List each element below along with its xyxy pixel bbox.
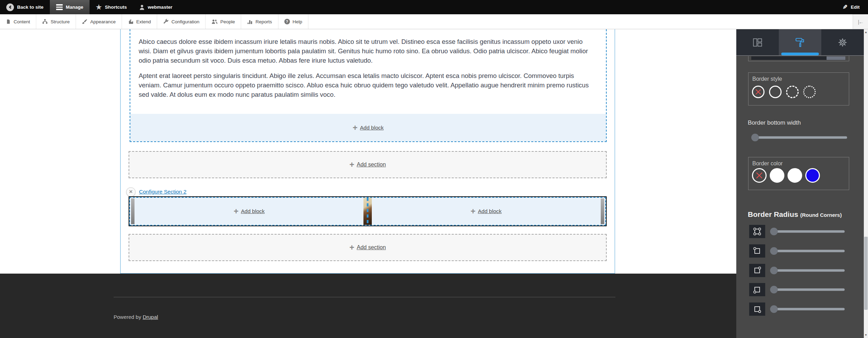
radius-bottom-left-slider[interactable]	[771, 286, 845, 293]
slider-thumb[interactable]	[770, 305, 778, 313]
section-2-header: × Configure Section 2	[126, 187, 186, 197]
border-color-white-swatch[interactable]	[770, 168, 784, 183]
edit-button[interactable]: ✎ Edit	[834, 0, 868, 14]
plus-icon: +	[233, 207, 238, 215]
border-bottom-width-slider[interactable]	[752, 134, 847, 141]
user-menu[interactable]: webmaster	[133, 0, 179, 14]
radius-all-corners-icon	[753, 227, 762, 236]
radius-top-right-button[interactable]	[749, 264, 765, 277]
border-radius-subtitle: (Round Corners)	[800, 212, 842, 218]
add-block-label: Add block	[241, 208, 264, 214]
slider-thumb[interactable]	[770, 286, 778, 293]
border-radius-heading: Border Radius (Round Corners)	[748, 210, 842, 219]
section-1-region: Abico caecus dolore esse ibidem incassum…	[130, 29, 607, 142]
border-style-solid-option[interactable]	[769, 86, 782, 98]
border-color-none-swatch[interactable]	[752, 168, 767, 183]
manage-label: Manage	[66, 5, 83, 10]
slider-track	[771, 289, 845, 291]
plus-icon: +	[353, 124, 358, 132]
menubar-item-appearance[interactable]: Appearance	[76, 14, 122, 29]
border-radius-title: Border Radius	[748, 210, 798, 218]
slider-thumb[interactable]	[751, 134, 759, 141]
menubar-label: Help	[293, 19, 302, 24]
add-block-link[interactable]: + Add block	[233, 207, 264, 215]
back-to-site-button[interactable]: Back to site	[0, 0, 50, 14]
drupal-layout-builder-page: Back to site Manage ★ Shortcuts webmaste…	[0, 0, 868, 338]
radius-top-right-slider[interactable]	[771, 267, 845, 274]
wrench-icon	[163, 19, 169, 24]
border-style-none-option[interactable]	[752, 86, 765, 98]
shortcuts-label: Shortcuts	[105, 5, 127, 10]
slider-track	[771, 308, 845, 311]
pencil-icon: ✎	[843, 4, 847, 10]
radius-bottom-right-button[interactable]	[749, 302, 765, 316]
scrollbar-up-arrow[interactable]: ▲	[864, 29, 868, 35]
panel-scrollbar[interactable]: ▲ ▼	[864, 29, 868, 338]
paragraph: Abico caecus dolore esse ibidem incassum…	[139, 37, 592, 65]
border-style-dotted-option[interactable]	[803, 86, 816, 98]
add-section-link[interactable]: + Add section	[349, 243, 386, 252]
menubar-item-content[interactable]: Content	[0, 14, 36, 29]
question-icon: ?	[284, 19, 290, 24]
remove-section-button[interactable]: ×	[126, 187, 136, 197]
add-section-link[interactable]: + Add section	[349, 160, 386, 169]
add-block-link[interactable]: + Add block	[353, 124, 384, 132]
people-icon	[212, 19, 217, 24]
slider-thumb[interactable]	[770, 228, 778, 235]
hamburger-icon	[56, 4, 63, 10]
radius-bottom-left-button[interactable]	[749, 283, 765, 296]
add-block-link[interactable]: + Add block	[470, 207, 501, 215]
menubar-item-reports[interactable]: Reports	[241, 14, 278, 29]
slider-track	[771, 250, 845, 252]
clipped-widget	[748, 56, 849, 61]
tab-layout[interactable]	[736, 29, 779, 55]
panel-content: Border style Border bottom width Border …	[736, 56, 864, 338]
tab-style[interactable]	[779, 29, 821, 55]
menubar-label: Content	[14, 19, 30, 24]
menubar-item-help[interactable]: ? Help	[278, 14, 309, 29]
slider-track	[771, 230, 845, 233]
menubar-item-structure[interactable]: Structure	[36, 14, 76, 29]
slider-thumb[interactable]	[770, 267, 778, 274]
radius-bottom-right-slider[interactable]	[771, 305, 845, 313]
border-color-blue-swatch[interactable]	[805, 168, 820, 183]
section-2-column-left: + Add block	[135, 198, 363, 225]
scrollbar-thumb[interactable]	[864, 237, 868, 310]
menubar-item-people[interactable]: People	[206, 14, 241, 29]
menubar-item-extend[interactable]: Extend	[122, 14, 157, 29]
shortcuts-tab[interactable]: ★ Shortcuts	[90, 0, 133, 14]
radius-top-left-icon	[753, 246, 762, 256]
paint-roller-icon	[795, 37, 805, 48]
border-color-field: Border color	[748, 157, 849, 190]
section-2: + Add block + Add block	[129, 196, 607, 226]
main-content: Abico caecus dolore esse ibidem incassum…	[0, 29, 736, 274]
menubar-label: Structure	[51, 19, 70, 24]
radius-all-corners-slider[interactable]	[771, 228, 845, 235]
paintbrush-icon	[82, 19, 87, 24]
border-style-dashed-option[interactable]	[786, 86, 799, 98]
radius-row-bottom-right	[736, 302, 864, 316]
slider-thumb[interactable]	[770, 247, 778, 255]
manage-tab[interactable]: Manage	[50, 0, 90, 14]
add-section-area-2: + Add section	[129, 234, 607, 261]
add-block-label: Add block	[478, 208, 501, 214]
scrollbar-down-arrow[interactable]: ▼	[864, 332, 868, 338]
configure-section-link[interactable]: Configure Section 2	[139, 189, 186, 195]
drupal-link[interactable]: Drupal	[143, 314, 158, 320]
menubar-item-configuration[interactable]: Configuration	[157, 14, 206, 29]
edit-label: Edit	[851, 5, 860, 10]
tab-settings[interactable]	[821, 29, 864, 55]
radius-top-left-slider[interactable]	[771, 247, 845, 255]
puzzle-icon	[128, 19, 133, 24]
border-color-white-swatch[interactable]	[788, 168, 802, 183]
radius-row-top-right	[736, 264, 864, 277]
radius-top-left-button[interactable]	[749, 244, 765, 258]
radius-all-corners-button[interactable]	[749, 225, 765, 238]
paragraph: Aptent erat laoreet persto singularis ti…	[139, 71, 592, 99]
back-arrow-icon	[6, 3, 14, 11]
person-icon	[139, 4, 145, 10]
column-gap-image	[363, 198, 372, 225]
collapse-toolbar-icon[interactable]: |←	[853, 14, 868, 29]
admin-toolbar: Back to site Manage ★ Shortcuts webmaste…	[0, 0, 868, 14]
add-block-label: Add block	[360, 125, 384, 131]
